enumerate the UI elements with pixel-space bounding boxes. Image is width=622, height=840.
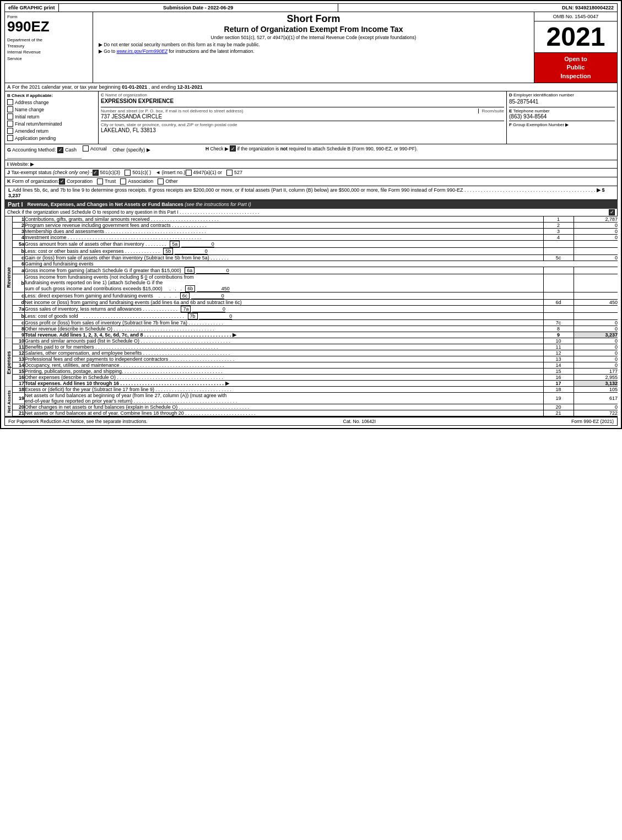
check-name-change[interactable]: Name change xyxy=(7,106,96,112)
row4-desc: Investment income . . . . . . . . . . . … xyxy=(25,234,544,240)
part1-label: Part I xyxy=(8,201,23,208)
city-val: LAKELAND, FL 33813 xyxy=(101,127,504,133)
501c-label: 501(c)( ) xyxy=(132,170,151,175)
checkbox-part1[interactable]: ✓ xyxy=(609,209,615,215)
row17-ref: 17 xyxy=(543,380,574,386)
row7b-value xyxy=(574,312,618,319)
row20-ref: 20 xyxy=(543,404,574,410)
checkbox-501c3[interactable]: ✓ xyxy=(93,170,99,176)
section-bcd: B Check if applicable: Address change Na… xyxy=(4,91,618,144)
expenses-row11: 11 Benefits paid to or for members . . .… xyxy=(5,344,618,350)
section-k-label: K xyxy=(7,178,11,185)
initial-return-label: Initial return xyxy=(15,114,39,120)
footer-left: For Paperwork Reduction Act Notice, see … xyxy=(8,419,148,424)
check-address-change[interactable]: Address change xyxy=(7,99,96,105)
accounting-label: Accounting Method: xyxy=(12,147,57,153)
section-g: G Accounting Method: ✓ Cash Accrual Othe… xyxy=(7,145,200,159)
irs-link[interactable]: www.irs.gov/Form990EZ xyxy=(117,48,168,54)
checkbox-amended-return[interactable] xyxy=(7,128,13,134)
expenses-row14: 14 Occupancy, rent, utilities, and maint… xyxy=(5,362,618,368)
row16-value: 2,955 xyxy=(574,374,618,380)
row5b-value xyxy=(574,247,618,254)
row3-ref: 3 xyxy=(543,228,574,234)
other-option[interactable]: Other xyxy=(158,178,178,185)
accrual-option[interactable]: Accrual xyxy=(83,145,107,151)
527-option[interactable]: 527 xyxy=(226,170,242,176)
row7c-desc: Gross profit or (loss) from sales of inv… xyxy=(25,319,544,326)
row7b-num: b xyxy=(13,312,25,319)
corp-option[interactable]: ✓ Corporation xyxy=(59,178,93,185)
checkbox-4947[interactable] xyxy=(186,170,192,176)
efile-label: efile GRAPHIC print xyxy=(5,4,59,12)
return-title: Return of Organization Exempt From Incom… xyxy=(95,25,532,34)
checkbox-final-return[interactable] xyxy=(7,121,13,127)
trust-option[interactable]: Trust xyxy=(97,178,116,185)
501c-option[interactable]: 501(c)( ) xyxy=(125,170,151,176)
4947-option[interactable]: 4947(a)(1) or xyxy=(186,170,223,176)
row6b-ref xyxy=(543,274,574,292)
net-assets-row19: 19 Net assets or fund balances at beginn… xyxy=(5,392,618,404)
row5b-ref xyxy=(543,247,574,254)
row6c-inline-val: 0 xyxy=(191,293,224,299)
check-app-pending[interactable]: Application pending xyxy=(7,135,96,141)
revenue-section: Revenue 1 Contributions, gifts, grants, … xyxy=(5,216,618,223)
row18-num: 18 xyxy=(13,387,25,393)
row7a-value xyxy=(574,305,618,312)
checkbox-527[interactable] xyxy=(226,170,232,176)
addr-section: Number and street (or P. O. box, if mail… xyxy=(101,107,504,120)
row6c-inline-ref: 6c xyxy=(180,292,190,299)
addr-label: Number and street (or P. O. box, if mail… xyxy=(101,109,504,113)
row18-ref: 18 xyxy=(543,387,574,393)
revenue-row8: 8 Other revenue (describe in Schedule O)… xyxy=(5,326,618,332)
checkbox-cash[interactable]: ✓ xyxy=(57,147,63,153)
assoc-option[interactable]: Association xyxy=(120,178,153,185)
check-amended-return[interactable]: Amended return xyxy=(7,128,96,134)
revenue-row7a: 7a Gross sales of inventory, less return… xyxy=(5,305,618,312)
checkbox-app-pending[interactable] xyxy=(7,135,13,141)
501c3-option[interactable]: ✓ 501(c)(3) xyxy=(93,170,121,176)
checkbox-trust[interactable] xyxy=(97,178,103,185)
section-g-label: G xyxy=(7,147,11,153)
checkbox-assoc[interactable] xyxy=(120,178,126,185)
top-bar: efile GRAPHIC print Submission Date - 20… xyxy=(4,3,618,12)
checkbox-name-change[interactable] xyxy=(7,106,13,112)
row9-ref: 9 xyxy=(543,332,574,338)
org-name: EXPRESSION EXPERIENCE xyxy=(101,97,504,105)
part1-check-row: Check if the organization used Schedule … xyxy=(4,209,618,216)
checkbox-h[interactable]: ✓ xyxy=(230,145,236,151)
row1-ref: 1 xyxy=(543,216,574,223)
form-footer: For Paperwork Reduction Act Notice, see … xyxy=(4,416,618,426)
row6a-value xyxy=(574,267,618,274)
row19-desc: Net assets or fund balances at beginning… xyxy=(25,392,544,404)
row6b-value xyxy=(574,274,618,292)
row5a-desc: Gross amount from sale of assets other t… xyxy=(25,240,544,247)
row17-num: 17 xyxy=(13,380,25,386)
checkbox-address-change[interactable] xyxy=(7,99,13,105)
trust-label: Trust xyxy=(105,178,116,184)
checkbox-initial-return[interactable] xyxy=(7,113,13,120)
check-final-return[interactable]: Final return/terminated xyxy=(7,121,96,127)
website-label: Website: ▶ xyxy=(10,161,34,167)
checkbox-other[interactable] xyxy=(158,178,164,185)
group-section: F Group Exemption Number ▶ xyxy=(509,121,615,127)
row13-value: 0 xyxy=(574,356,618,362)
row13-num: 13 xyxy=(13,356,25,362)
checkbox-501c[interactable] xyxy=(125,170,131,176)
year-box: 2021 xyxy=(534,21,617,53)
row6-num: 6 xyxy=(13,261,25,267)
tax-year-begin: 01-01-2021 xyxy=(122,84,147,90)
row12-value: 0 xyxy=(574,350,618,356)
revenue-table: Revenue 1 Contributions, gifts, grants, … xyxy=(4,216,618,338)
section-gh: G Accounting Method: ✓ Cash Accrual Othe… xyxy=(4,144,618,160)
row15-value: 177 xyxy=(574,368,618,374)
row8-value: 0 xyxy=(574,326,618,332)
row15-num: 15 xyxy=(13,368,25,374)
checkbox-corp[interactable]: ✓ xyxy=(59,178,65,185)
cash-option[interactable]: ✓ Cash xyxy=(57,147,77,153)
section-h-text: if the organization is not required to a… xyxy=(237,146,418,151)
row7c-value: 0 xyxy=(574,319,618,326)
insert-no: ◄ (insert no.) xyxy=(155,170,185,175)
check-initial-return[interactable]: Initial return xyxy=(7,113,96,120)
row5b-desc: Less: cost or other basis and sales expe… xyxy=(25,247,544,254)
checkbox-accrual[interactable] xyxy=(83,145,89,151)
